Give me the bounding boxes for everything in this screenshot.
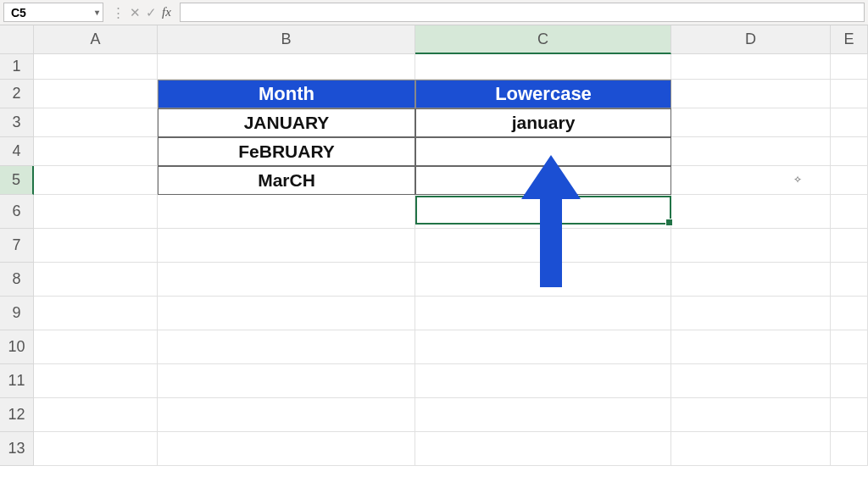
- name-box[interactable]: C5 ▾: [3, 3, 103, 22]
- cell[interactable]: [831, 364, 868, 398]
- cell[interactable]: [34, 229, 158, 263]
- cell[interactable]: [671, 166, 831, 195]
- row-header[interactable]: 5: [0, 166, 34, 195]
- cell[interactable]: [415, 263, 671, 297]
- fx-icon[interactable]: fx: [162, 6, 171, 19]
- cell[interactable]: [34, 263, 158, 297]
- spreadsheet-grid[interactable]: A B C D E 1 2 3 4 5 6 7 8 9 10 11 12 13 …: [0, 25, 868, 466]
- cell[interactable]: [34, 166, 158, 195]
- cell[interactable]: [831, 108, 868, 137]
- divider-icon: ⋮: [112, 6, 125, 19]
- column-header[interactable]: A: [34, 25, 158, 54]
- table-header-lowercase[interactable]: Lowercase: [415, 80, 671, 108]
- row-header[interactable]: 2: [0, 80, 34, 108]
- cell[interactable]: [34, 54, 158, 80]
- table-cell[interactable]: FeBRUARY: [158, 137, 415, 166]
- cell[interactable]: [671, 195, 831, 229]
- cell[interactable]: [415, 398, 671, 432]
- cell[interactable]: [415, 54, 671, 80]
- cell[interactable]: [671, 263, 831, 297]
- row-header[interactable]: 13: [0, 432, 34, 466]
- cell[interactable]: [831, 263, 868, 297]
- cell[interactable]: [158, 364, 415, 398]
- column-header[interactable]: B: [158, 25, 415, 54]
- row-header[interactable]: 4: [0, 137, 34, 166]
- table-header-month[interactable]: Month: [158, 80, 415, 108]
- row-header[interactable]: 3: [0, 108, 34, 137]
- cell[interactable]: [415, 364, 671, 398]
- row-header[interactable]: 10: [0, 330, 34, 364]
- column-header[interactable]: D: [671, 25, 831, 54]
- cell[interactable]: [34, 297, 158, 330]
- cell[interactable]: [158, 54, 415, 80]
- active-cell[interactable]: [415, 166, 671, 195]
- cell[interactable]: [34, 364, 158, 398]
- cell[interactable]: [158, 330, 415, 364]
- row-header[interactable]: 1: [0, 54, 34, 80]
- cell[interactable]: [415, 229, 671, 263]
- cell[interactable]: [831, 432, 868, 466]
- cell[interactable]: [34, 432, 158, 466]
- cell[interactable]: [158, 229, 415, 263]
- cell[interactable]: [158, 263, 415, 297]
- cell[interactable]: [831, 54, 868, 80]
- cell[interactable]: [34, 398, 158, 432]
- cell[interactable]: [34, 108, 158, 137]
- cell[interactable]: [415, 297, 671, 330]
- cursor-icon: ✧: [793, 174, 802, 186]
- row-header[interactable]: 9: [0, 297, 34, 330]
- cell[interactable]: [415, 432, 671, 466]
- cell[interactable]: [158, 297, 415, 330]
- table-cell[interactable]: january: [415, 108, 671, 137]
- row-header[interactable]: 11: [0, 364, 34, 398]
- column-header[interactable]: C: [415, 25, 671, 54]
- cell[interactable]: [34, 330, 158, 364]
- cell[interactable]: [831, 137, 868, 166]
- chevron-down-icon[interactable]: ▾: [95, 8, 99, 17]
- formula-bar: C5 ▾ ⋮ ✕ ✓ fx: [0, 0, 868, 25]
- table-cell[interactable]: [415, 137, 671, 166]
- cell[interactable]: [831, 195, 868, 229]
- row-header[interactable]: 12: [0, 398, 34, 432]
- cell[interactable]: [831, 229, 868, 263]
- select-all-corner[interactable]: [0, 25, 34, 54]
- cell[interactable]: [671, 137, 831, 166]
- cell[interactable]: [415, 330, 671, 364]
- cell[interactable]: [671, 229, 831, 263]
- row-header[interactable]: 7: [0, 229, 34, 263]
- cell[interactable]: [671, 54, 831, 80]
- cell[interactable]: [34, 80, 158, 108]
- cell[interactable]: [158, 195, 415, 229]
- cell[interactable]: [831, 80, 868, 108]
- confirm-icon[interactable]: ✓: [146, 6, 157, 19]
- formula-bar-buttons: ⋮ ✕ ✓ fx: [103, 0, 180, 25]
- cell[interactable]: [671, 398, 831, 432]
- name-box-value: C5: [11, 6, 26, 19]
- cancel-icon[interactable]: ✕: [130, 6, 141, 19]
- table-cell[interactable]: MarCH: [158, 166, 415, 195]
- cell[interactable]: [671, 297, 831, 330]
- row-header[interactable]: 8: [0, 263, 34, 297]
- cell[interactable]: [831, 398, 868, 432]
- cell[interactable]: [831, 166, 868, 195]
- cell[interactable]: [415, 195, 671, 229]
- cell[interactable]: [671, 364, 831, 398]
- cell[interactable]: [671, 108, 831, 137]
- cell[interactable]: [34, 195, 158, 229]
- cell[interactable]: [158, 432, 415, 466]
- cell[interactable]: [831, 297, 868, 330]
- column-header[interactable]: E: [831, 25, 868, 54]
- row-header[interactable]: 6: [0, 195, 34, 229]
- formula-input[interactable]: [180, 3, 865, 22]
- cell[interactable]: [671, 330, 831, 364]
- cell[interactable]: [34, 137, 158, 166]
- cell[interactable]: [671, 80, 831, 108]
- cell[interactable]: [671, 432, 831, 466]
- cell[interactable]: [831, 330, 868, 364]
- cell[interactable]: [158, 398, 415, 432]
- table-cell[interactable]: JANUARY: [158, 108, 415, 137]
